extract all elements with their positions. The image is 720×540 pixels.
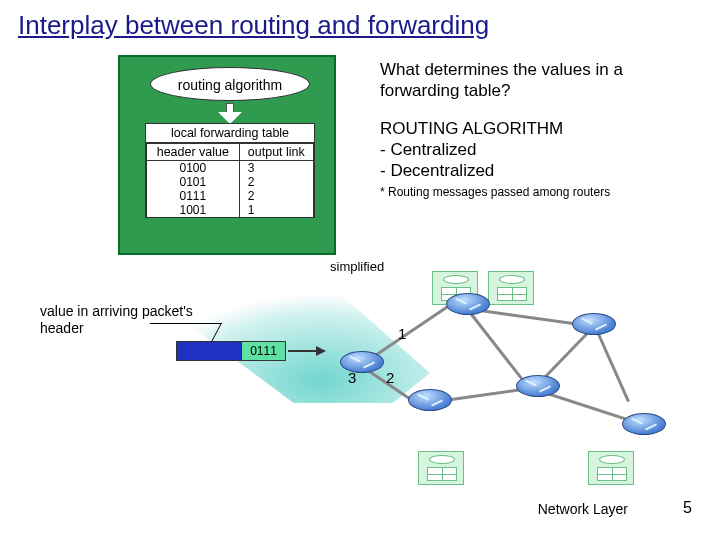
footer-section-label: Network Layer	[538, 501, 628, 517]
router-detail-box: routing algorithm local forwarding table…	[118, 55, 336, 255]
table-row: 01003	[147, 161, 314, 176]
router-mini-icon	[418, 451, 464, 485]
bullet-decentralized: - Decentralized	[380, 160, 700, 181]
footer-page-number: 5	[683, 499, 692, 517]
arriving-packet: 0111	[176, 341, 286, 361]
network-graph: 1 2 3	[320, 265, 700, 505]
packet-payload	[177, 342, 241, 360]
col-header-value: header value	[147, 144, 240, 161]
algo-heading: ROUTING ALGORITHM	[380, 118, 700, 139]
col-output-link: output link	[239, 144, 313, 161]
right-explainer: What determines the values in a forwardi…	[380, 59, 700, 200]
router-icon	[572, 313, 616, 335]
bullet-centralized: - Centralized	[380, 139, 700, 160]
port-label-2: 2	[386, 369, 394, 386]
router-icon	[622, 413, 666, 435]
slide-body: routing algorithm local forwarding table…	[0, 45, 720, 525]
router-icon	[516, 375, 560, 397]
slide-title: Interplay between routing and forwarding	[0, 0, 720, 45]
router-icon	[446, 293, 490, 315]
routing-note: * Routing messages passed among routers	[380, 185, 700, 200]
packet-header-field: 0111	[241, 342, 285, 360]
routing-algorithm-oval: routing algorithm	[150, 67, 310, 101]
router-icon	[408, 389, 452, 411]
router-icon	[340, 351, 384, 373]
graph-link	[595, 328, 630, 402]
port-label-1: 1	[398, 325, 406, 342]
table-row: 01012	[147, 175, 314, 189]
table-row: 01112	[147, 189, 314, 203]
down-arrow-icon	[218, 103, 242, 123]
router-mini-icon	[588, 451, 634, 485]
router-mini-icon	[488, 271, 534, 305]
table-caption: local forwarding table	[146, 124, 314, 143]
forwarding-table: local forwarding table header value outp…	[145, 123, 315, 218]
table-row: 10011	[147, 203, 314, 217]
question-text: What determines the values in a forwardi…	[380, 59, 700, 102]
